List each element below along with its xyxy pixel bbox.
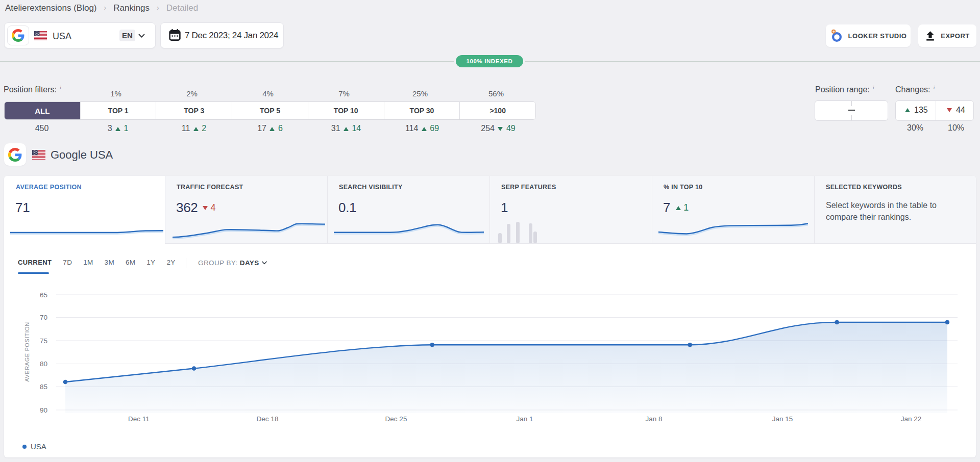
svg-text:90: 90 (40, 406, 47, 414)
svg-text:Jan 22: Jan 22 (901, 415, 922, 423)
svg-text:75: 75 (40, 337, 47, 345)
svg-text:80: 80 (40, 360, 47, 368)
svg-text:Dec 18: Dec 18 (257, 415, 279, 423)
svg-text:70: 70 (40, 314, 47, 321)
svg-text:Jan 8: Jan 8 (645, 415, 662, 423)
svg-text:85: 85 (40, 383, 47, 391)
svg-text:Jan 1: Jan 1 (516, 415, 533, 423)
svg-text:AVERAGE POSITION: AVERAGE POSITION (24, 322, 30, 382)
svg-text:65: 65 (40, 291, 47, 299)
svg-text:Dec 25: Dec 25 (385, 415, 407, 423)
svg-text:Jan 15: Jan 15 (772, 415, 793, 423)
svg-text:Dec 11: Dec 11 (128, 415, 150, 423)
